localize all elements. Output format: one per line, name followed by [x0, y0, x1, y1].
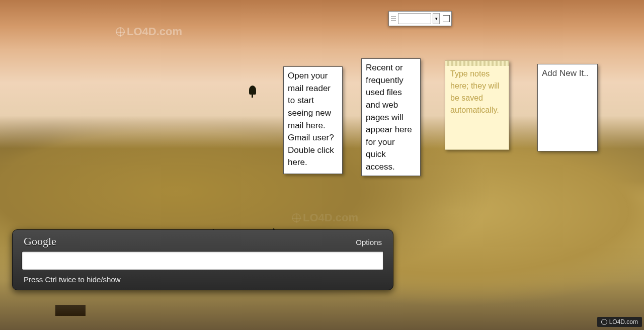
watermark-text: LO4D.com [303, 211, 358, 224]
recent-items-text: Recent or frequently used files and web … [366, 63, 412, 172]
sticky-note-gadget[interactable]: Type notes here; they will be saved auto… [445, 60, 509, 150]
watermark-logo-center: LO4D.com [292, 211, 358, 224]
scenery-villa [55, 305, 86, 316]
watermark-text: LO4D.com [127, 25, 182, 38]
search-hint-text: Press Ctrl twice to hide/show [22, 270, 384, 285]
watermark-badge: LO4D.com [597, 317, 642, 327]
mini-toolbar-input[interactable] [398, 13, 431, 24]
recent-items-gadget[interactable]: Recent or frequently used files and web … [361, 58, 421, 176]
mail-gadget-text: Open your mail reader to start seeing ne… [288, 71, 334, 167]
watermark-badge-text: LO4D.com [609, 318, 638, 325]
google-logo-text: Google [24, 235, 56, 248]
sticky-note-placeholder: Type notes here; they will be saved auto… [450, 69, 500, 114]
todo-gadget[interactable]: Add New It.. [537, 64, 598, 151]
watermark-logo: LO4D.com [116, 25, 182, 38]
google-desktop-searchbar: Google Options Press Ctrl twice to hide/… [12, 229, 393, 290]
chevron-down-icon: ▾ [435, 16, 438, 21]
mini-toolbar-dropdown-button[interactable]: ▾ [433, 13, 440, 24]
search-input[interactable] [22, 251, 384, 270]
globe-icon [292, 213, 301, 222]
mail-gadget[interactable]: Open your mail reader to start seeing ne… [283, 66, 343, 174]
desktop-wallpaper: LO4D.com LO4D.com LO4D.com ▾ Open your m… [0, 0, 644, 330]
globe-icon [116, 27, 125, 36]
mini-toolbar-gadget[interactable]: ▾ [388, 11, 452, 26]
scenery-tree [249, 86, 256, 95]
options-link[interactable]: Options [356, 238, 382, 246]
globe-icon [601, 319, 607, 325]
mini-toolbar-square-button[interactable] [443, 15, 450, 22]
drag-handle-icon[interactable] [390, 16, 396, 21]
todo-placeholder: Add New It.. [542, 68, 589, 78]
